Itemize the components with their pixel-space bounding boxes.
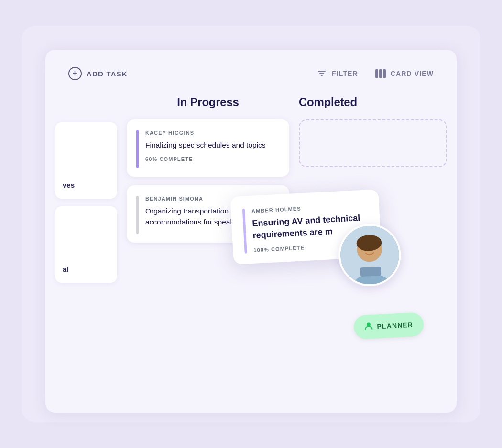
planner-label: PLANNER (377, 321, 413, 331)
avatar (337, 223, 403, 288)
partial-card-2: al (55, 206, 117, 283)
filter-button[interactable]: FILTER (316, 68, 358, 79)
task-desc-1: Finalizing spec schedules and topics (145, 139, 280, 150)
svg-rect-7 (360, 267, 381, 277)
filter-label: FILTER (332, 70, 358, 77)
floating-accent-bar (242, 209, 247, 254)
cardview-icon (375, 68, 386, 79)
partial-card-2-text: al (63, 265, 69, 273)
col-partial-left: ves al (55, 92, 117, 407)
filter-icon (316, 68, 327, 79)
outer-background: + ADD TASK FILTER (22, 26, 480, 422)
task-progress-1: 60% COMPLETE (145, 156, 280, 162)
svg-rect-2 (383, 69, 386, 78)
task-card-kacey[interactable]: KACEY HIGGINS Finalizing spec schedules … (127, 119, 289, 177)
planner-badge-wrapper: PLANNER (353, 312, 424, 340)
partial-card-1: ves (55, 122, 117, 199)
task-content-1: KACEY HIGGINS Finalizing spec schedules … (145, 130, 280, 168)
toolbar: + ADD TASK FILTER (45, 50, 457, 92)
cardview-label: CARD VIEW (391, 70, 434, 77)
svg-rect-1 (379, 69, 382, 78)
partial-card-1-text: ves (63, 181, 75, 189)
task-assignee-1: KACEY HIGGINS (145, 130, 280, 136)
main-panel: + ADD TASK FILTER (45, 50, 457, 413)
add-task-label: ADD TASK (87, 70, 128, 78)
planner-icon (364, 321, 373, 332)
avatar-image (339, 224, 400, 286)
floating-card-amber[interactable]: AMBER HOLMES Ensuring AV and technical r… (230, 189, 382, 265)
task-accent-bar-2 (136, 196, 139, 234)
task-accent-bar-1 (136, 130, 139, 168)
svg-rect-0 (375, 69, 378, 78)
completed-dashed-area (299, 119, 447, 167)
planner-badge[interactable]: PLANNER (353, 312, 424, 340)
cardview-button[interactable]: CARD VIEW (375, 68, 434, 79)
floating-card-wrapper: AMBER HOLMES Ensuring AV and technical r… (230, 189, 382, 265)
add-task-icon: + (68, 67, 82, 80)
completed-header: Completed (299, 92, 447, 119)
svg-point-8 (367, 323, 371, 327)
add-task-button[interactable]: + ADD TASK (68, 67, 128, 80)
inprogress-header: In Progress (127, 92, 289, 119)
